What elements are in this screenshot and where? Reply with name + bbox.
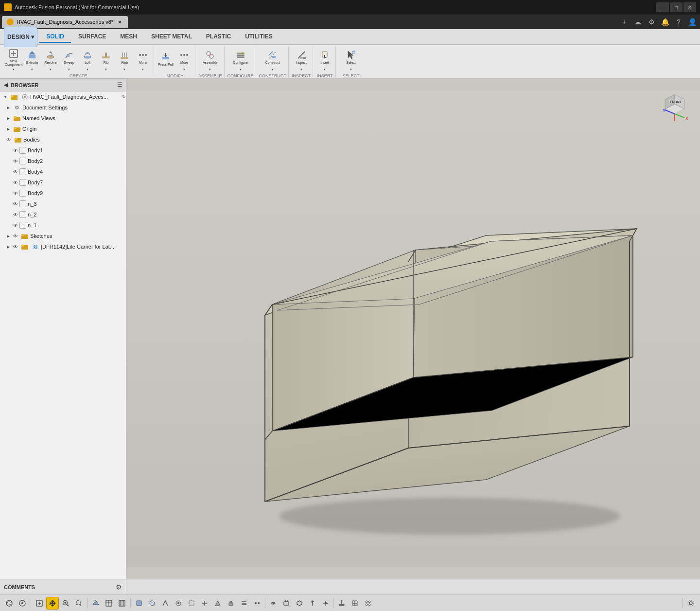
body9-eye-icon[interactable]: 👁 — [12, 191, 19, 196]
configure-button[interactable]: Configure — [232, 47, 249, 68]
browser-item-named-views[interactable]: ▶ Named Views — [0, 113, 126, 124]
select-button[interactable]: Select — [339, 47, 363, 68]
bt-4[interactable] — [172, 597, 185, 610]
fit-button[interactable] — [33, 597, 46, 610]
browser-item-n2[interactable]: 👁 n_2 — [0, 209, 126, 220]
extrude-button[interactable]: Extrude — [23, 47, 41, 68]
tab-close-button[interactable]: ✕ — [116, 18, 123, 25]
body1-check[interactable] — [19, 147, 26, 154]
browser-item-n3[interactable]: 👁 n_3 — [0, 198, 126, 209]
body4-eye-icon[interactable]: 👁 — [12, 169, 19, 175]
dfr1142-eye-icon[interactable]: 👁 — [12, 244, 19, 250]
n1-eye-icon[interactable]: 👁 — [12, 223, 19, 228]
account-button[interactable]: 👤 — [686, 16, 698, 28]
bt-11[interactable] — [267, 597, 280, 610]
maximize-button[interactable]: □ — [670, 2, 682, 12]
browser-item-body4[interactable]: 👁 Body4 — [0, 166, 126, 177]
tab-sheet-metal[interactable]: SHEET METAL — [144, 31, 199, 43]
browser-item-doc-settings[interactable]: ▶ ⚙ Document Settings — [0, 102, 126, 113]
tab-plastic[interactable]: PLASTIC — [199, 31, 238, 43]
n3-eye-icon[interactable]: 👁 — [12, 201, 19, 207]
look-at-button[interactable] — [16, 597, 29, 610]
display-visual-style[interactable] — [89, 597, 102, 610]
n3-check[interactable] — [19, 200, 26, 207]
revolve-button[interactable]: Revolve — [42, 47, 59, 68]
tab-surface[interactable]: SURFACE — [71, 31, 113, 43]
assemble-button[interactable]: Assemble — [201, 47, 219, 68]
n2-check[interactable] — [19, 211, 26, 218]
bt-14[interactable] — [306, 597, 319, 610]
settings-panel-button[interactable] — [684, 597, 697, 610]
viewport[interactable]: X Y FRONT — [126, 79, 700, 579]
bt-3[interactable] — [159, 597, 172, 610]
browser-item-sketches[interactable]: ▶ 👁 Sketches — [0, 231, 126, 241]
browser-item-root[interactable]: ▼ HVAC_Fault_Diagnosis_Acces... ↻ — [0, 91, 126, 102]
browser-item-n1[interactable]: 👁 n_1 — [0, 220, 126, 231]
body9-check[interactable] — [19, 190, 26, 197]
new-tab-button[interactable]: + — [618, 16, 630, 28]
bt-9[interactable] — [238, 597, 250, 610]
bt-15[interactable] — [319, 597, 332, 610]
web-button[interactable]: Web — [116, 47, 133, 68]
viewcube[interactable]: X Y FRONT — [655, 85, 694, 124]
help-button[interactable]: ? — [673, 16, 684, 28]
browser-item-body2[interactable]: 👁 Body2 — [0, 156, 126, 166]
body7-eye-icon[interactable]: 👁 — [12, 180, 19, 185]
create-more-button[interactable]: More — [134, 47, 152, 68]
bt-16[interactable] — [335, 597, 348, 610]
sweep-button[interactable]: Sweep — [60, 47, 78, 68]
browser-collapse-button[interactable]: ◀ — [4, 82, 8, 88]
active-tab[interactable]: HVAC_Fault_Diagnosis_Accessories v8* ✕ — [2, 16, 128, 28]
bt-6[interactable] — [198, 597, 211, 610]
n1-check[interactable] — [19, 222, 26, 229]
cloud-button[interactable]: ☁ — [632, 16, 644, 28]
zoom-button[interactable] — [59, 597, 72, 610]
bt-10[interactable] — [251, 597, 263, 610]
display-environment[interactable] — [116, 597, 128, 610]
bt-1[interactable] — [133, 597, 145, 610]
rib-button[interactable]: Rib — [97, 47, 115, 68]
new-component-button[interactable]: New Component — [5, 47, 22, 68]
modify-more-button[interactable]: More — [175, 47, 193, 68]
bell-button[interactable]: 🔔 — [659, 16, 671, 28]
browser-expand-button[interactable]: ☰ — [117, 82, 122, 88]
body2-eye-icon[interactable]: 👁 — [12, 159, 19, 164]
bt-5[interactable] — [185, 597, 198, 610]
n2-eye-icon[interactable]: 👁 — [12, 212, 19, 217]
display-grid[interactable] — [103, 597, 115, 610]
browser-item-body1[interactable]: 👁 Body1 — [0, 145, 126, 156]
bt-7[interactable] — [211, 597, 224, 610]
pan-button[interactable] — [46, 597, 59, 610]
sketches-eye-icon[interactable]: 👁 — [12, 234, 19, 239]
browser-item-dfr1142[interactable]: ▶ 👁 ⛓ [DFR1142]Lite Carrier for Lat... — [0, 241, 126, 252]
browser-item-origin[interactable]: ▶ Origin — [0, 124, 126, 134]
bt-8[interactable] — [225, 597, 237, 610]
bt-17[interactable] — [349, 597, 361, 610]
bt-12[interactable] — [280, 597, 293, 610]
design-mode-button[interactable]: DESIGN ▾ — [4, 27, 37, 47]
tab-solid[interactable]: SOLID — [39, 31, 71, 43]
orbit-button[interactable] — [3, 597, 16, 610]
tab-mesh[interactable]: MESH — [113, 31, 144, 43]
minimize-button[interactable]: — — [656, 2, 669, 12]
tab-utilities[interactable]: UTILITIES — [238, 31, 280, 43]
insert-button[interactable]: Insert — [316, 47, 333, 68]
bt-2[interactable] — [146, 597, 158, 610]
loft-button[interactable]: Loft — [79, 47, 96, 68]
press-pull-button[interactable]: Press Pull — [157, 49, 175, 70]
body7-check[interactable] — [19, 179, 26, 186]
construct-button[interactable]: Construct — [264, 47, 281, 68]
comments-settings-button[interactable]: ⚙ — [116, 583, 122, 591]
body2-check[interactable] — [19, 158, 26, 164]
zoom-window-button[interactable] — [72, 597, 85, 610]
browser-item-bodies[interactable]: 👁 Bodies — [0, 134, 126, 145]
body4-check[interactable] — [19, 168, 26, 175]
browser-item-body7[interactable]: 👁 Body7 — [0, 177, 126, 188]
bt-18[interactable] — [362, 597, 374, 610]
browser-item-body9[interactable]: 👁 Body9 — [0, 188, 126, 198]
bt-13[interactable] — [293, 597, 306, 610]
measure-button[interactable]: mm Inspect — [293, 47, 310, 68]
close-button[interactable]: ✕ — [683, 2, 696, 12]
settings-button[interactable]: ⚙ — [646, 16, 657, 28]
body1-eye-icon[interactable]: 👁 — [12, 148, 19, 153]
